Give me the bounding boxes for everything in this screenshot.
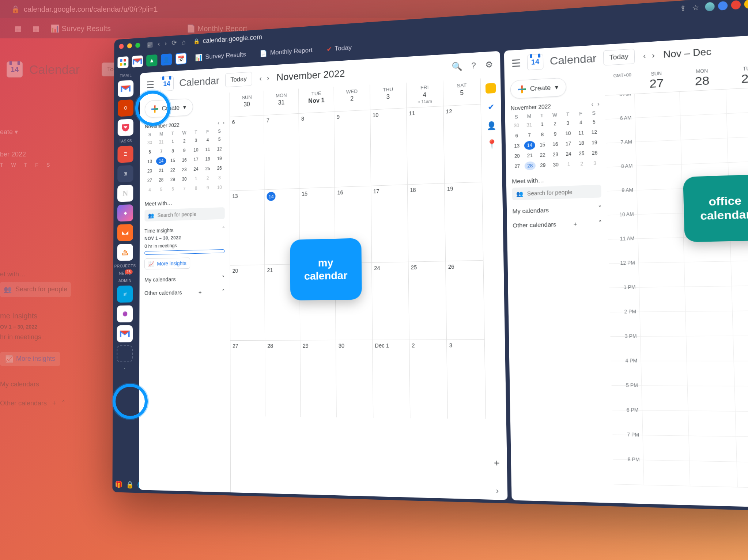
mini-day[interactable]: 25 <box>203 164 213 173</box>
mini-day[interactable]: 2 <box>203 174 213 182</box>
hour-row[interactable]: 2 PM <box>610 311 748 337</box>
search-people-field[interactable] <box>527 188 600 197</box>
prev-icon[interactable]: ‹ <box>258 72 263 84</box>
month-cell[interactable]: 2 <box>409 340 448 419</box>
sidebar-stackoverflow-icon[interactable] <box>117 244 133 261</box>
mini-day[interactable]: 5 <box>588 117 600 126</box>
sidebar-notion-icon[interactable]: N <box>117 185 133 202</box>
mini-prev-icon[interactable]: ‹ <box>591 101 593 107</box>
mini-day[interactable]: 13 <box>511 141 522 151</box>
hour-cell[interactable] <box>733 336 748 361</box>
mini-day[interactable]: 2 <box>576 159 588 169</box>
hour-cell[interactable] <box>639 311 686 336</box>
week-day-header[interactable]: SUN27 <box>634 67 680 94</box>
hour-cell[interactable] <box>731 285 748 311</box>
hour-cell[interactable] <box>680 114 727 140</box>
sidebar-add-placeholder[interactable] <box>117 345 133 362</box>
calendar-tab-icon[interactable]: 📅 <box>175 53 187 65</box>
month-cell[interactable]: 28 <box>265 340 301 417</box>
ext-icon[interactable] <box>718 1 728 11</box>
mini-day[interactable]: 1 <box>563 160 575 169</box>
mini-day[interactable]: 2 <box>179 137 189 145</box>
mini-day[interactable]: 5 <box>214 135 224 144</box>
mini-day[interactable]: 15 <box>168 156 178 165</box>
mini-day[interactable]: 20 <box>511 152 523 161</box>
hour-cell[interactable] <box>681 138 728 164</box>
mini-day[interactable]: 1 <box>191 174 201 183</box>
sidebar-gmail-icon[interactable] <box>118 80 133 98</box>
hour-cell[interactable] <box>642 410 689 436</box>
hour-cell[interactable] <box>635 116 681 141</box>
mini-day[interactable]: 25 <box>576 149 588 158</box>
mini-day[interactable]: 8 <box>537 130 548 139</box>
hour-cell[interactable] <box>730 261 748 286</box>
my-calendars-toggle[interactable]: My calendars ˅ <box>144 275 225 283</box>
hour-cell[interactable] <box>685 311 733 336</box>
create-button[interactable]: Create ▾ <box>145 98 193 118</box>
close-icon[interactable] <box>119 44 124 49</box>
chevron-up-icon[interactable]: ˄ <box>222 226 225 232</box>
mini-day[interactable]: 17 <box>563 139 574 148</box>
back-icon[interactable]: ‹ <box>158 40 160 48</box>
gmail-tab-icon[interactable] <box>132 55 143 67</box>
hour-row[interactable]: 8 PM <box>613 459 748 488</box>
hour-cell[interactable] <box>726 87 748 113</box>
month-cell[interactable]: 19 <box>445 182 483 261</box>
next-icon[interactable]: › <box>650 49 657 61</box>
mini-day[interactable]: 7 <box>156 147 166 156</box>
sidebar-clickup-icon[interactable]: ◆ <box>117 204 133 222</box>
mini-day[interactable]: 22 <box>537 151 548 160</box>
sidebar-pocket-icon[interactable] <box>118 119 133 136</box>
drive-tab-icon[interactable]: ▲ <box>146 54 157 67</box>
mini-day[interactable]: 15 <box>537 140 548 150</box>
month-cell[interactable]: 27 <box>230 340 265 417</box>
month-cell[interactable]: 3 <box>447 339 486 419</box>
maximize-icon[interactable] <box>135 43 140 48</box>
today-button[interactable]: Today <box>603 49 635 65</box>
hour-cell[interactable] <box>643 460 690 486</box>
mini-day[interactable]: 13 <box>145 157 155 166</box>
hour-cell[interactable] <box>689 436 736 462</box>
hour-cell[interactable] <box>684 261 731 287</box>
mini-day[interactable]: 7 <box>524 130 535 140</box>
month-cell[interactable]: 6 <box>230 115 265 191</box>
contacts-tab-icon[interactable]: 👤 <box>161 53 172 66</box>
mini-day[interactable]: 19 <box>589 138 600 147</box>
hour-cell[interactable] <box>641 361 687 386</box>
sidebar-outlook-icon[interactable]: O <box>118 99 133 117</box>
lock-icon[interactable]: 🔒 <box>126 481 134 489</box>
mini-day[interactable]: 11 <box>203 145 213 154</box>
sidebar-gitlab-icon[interactable]: ◣◢ <box>117 224 133 241</box>
month-cell[interactable]: 11 <box>407 106 445 185</box>
mini-next-icon[interactable]: › <box>597 101 600 107</box>
mini-day[interactable]: 9 <box>549 129 561 139</box>
mini-day[interactable]: 29 <box>168 175 178 184</box>
hour-cell[interactable] <box>639 287 685 312</box>
hour-row[interactable]: 1 PM <box>609 285 748 312</box>
mini-day[interactable]: 10 <box>562 129 574 138</box>
tab-survey[interactable]: 📊 Survey Results <box>190 48 251 64</box>
sidebar-chevron-down-icon[interactable]: ˅ <box>124 367 126 372</box>
mini-calendar[interactable]: SMTWTFS303112345678910111213141516171819… <box>145 128 225 194</box>
traffic-lights[interactable] <box>119 43 140 49</box>
keep-icon[interactable] <box>486 83 496 94</box>
minimize-icon[interactable] <box>127 43 132 49</box>
month-cell[interactable]: 20 <box>230 265 265 340</box>
mini-day[interactable]: 28 <box>156 176 166 184</box>
month-cell[interactable]: 29 <box>301 340 337 417</box>
hour-cell[interactable] <box>635 140 681 166</box>
mini-day[interactable]: 5 <box>156 185 166 194</box>
mini-day[interactable]: 31 <box>524 120 535 129</box>
mini-day[interactable]: 29 <box>537 161 548 170</box>
hour-cell[interactable] <box>736 462 748 488</box>
mini-day[interactable]: 4 <box>145 186 155 194</box>
hour-cell[interactable] <box>732 311 748 336</box>
mini-day[interactable]: 6 <box>511 131 522 140</box>
hour-cell[interactable] <box>636 189 683 214</box>
help-icon[interactable]: ？ <box>469 60 478 72</box>
my-calendars-toggle[interactable]: My calendars ˅ <box>512 205 601 215</box>
mini-day[interactable]: 20 <box>145 167 155 175</box>
mini-day[interactable]: 28 <box>524 161 536 170</box>
mini-day[interactable]: 8 <box>191 184 201 192</box>
settings-icon[interactable]: ⚙ <box>485 60 493 70</box>
